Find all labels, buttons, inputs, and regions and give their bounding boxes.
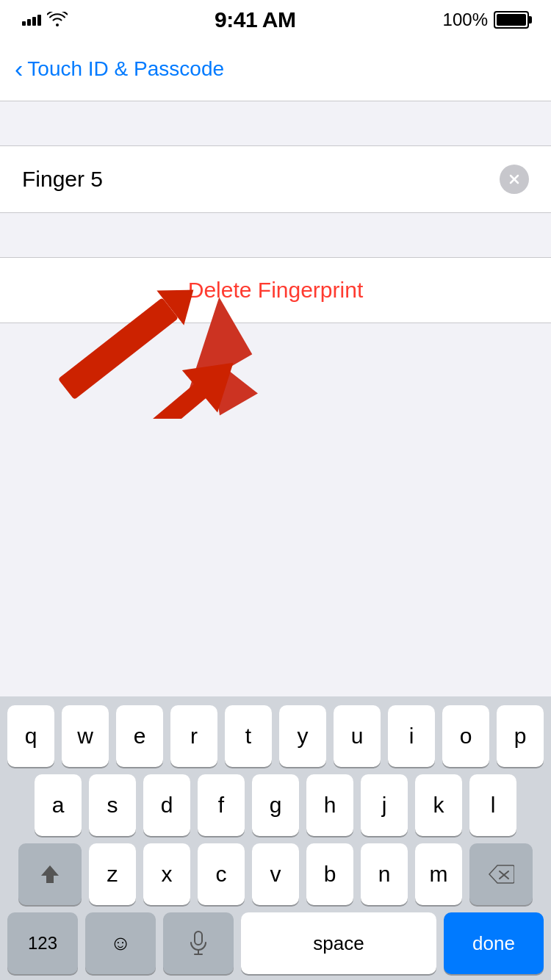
key-t[interactable]: t <box>225 705 272 767</box>
space-key[interactable]: space <box>241 912 436 974</box>
delete-fingerprint-label: Delete Fingerprint <box>188 278 363 303</box>
key-k[interactable]: k <box>415 774 462 836</box>
key-v[interactable]: v <box>252 843 299 905</box>
key-g[interactable]: g <box>252 774 299 836</box>
finger-row[interactable] <box>0 146 551 212</box>
signal-icon <box>22 15 41 26</box>
key-a[interactable]: a <box>35 774 82 836</box>
number-key[interactable]: 123 <box>7 912 78 974</box>
shift-key[interactable] <box>18 843 82 905</box>
key-s[interactable]: s <box>89 774 136 836</box>
nav-title: Touch ID & Passcode <box>27 57 224 81</box>
key-e[interactable]: e <box>116 705 163 767</box>
top-spacer <box>0 123 551 145</box>
battery-percent: 100% <box>443 10 488 30</box>
delete-key[interactable] <box>469 843 533 905</box>
section-gap <box>0 213 551 257</box>
key-r[interactable]: r <box>170 705 217 767</box>
key-l[interactable]: l <box>469 774 516 836</box>
back-chevron-icon: ‹ <box>15 56 23 81</box>
wifi-icon <box>47 12 68 29</box>
key-q[interactable]: q <box>7 705 54 767</box>
nav-bar: ‹ Touch ID & Passcode <box>0 37 551 101</box>
svg-marker-3 <box>104 342 251 419</box>
keyboard-row-4: 123 ☺ space done <box>6 912 545 974</box>
key-p[interactable]: p <box>497 705 544 767</box>
keyboard[interactable]: q w e r t y u i o p a s d f g h j k l z … <box>0 696 551 980</box>
key-n[interactable]: n <box>361 843 408 905</box>
battery-icon <box>494 11 529 29</box>
back-button[interactable]: ‹ Touch ID & Passcode <box>15 57 224 81</box>
status-left <box>22 12 68 29</box>
key-x[interactable]: x <box>143 843 190 905</box>
key-i[interactable]: i <box>388 705 435 767</box>
key-y[interactable]: y <box>279 705 326 767</box>
status-bar: 9:41 AM 100% <box>0 0 551 37</box>
key-d[interactable]: d <box>143 774 190 836</box>
key-w[interactable]: w <box>62 705 109 767</box>
emoji-key[interactable]: ☺ <box>85 912 156 974</box>
done-key[interactable]: done <box>444 912 544 974</box>
keyboard-row-3: z x c v b n m <box>6 843 545 905</box>
clear-button[interactable] <box>500 165 529 194</box>
key-c[interactable]: c <box>198 843 245 905</box>
key-z[interactable]: z <box>89 843 136 905</box>
key-j[interactable]: j <box>361 774 408 836</box>
svg-rect-8 <box>195 932 202 945</box>
settings-area: Delete Fingerprint <box>0 101 551 323</box>
finger-row-section <box>0 145 551 213</box>
finger-name-input[interactable] <box>22 167 500 192</box>
delete-fingerprint-row[interactable]: Delete Fingerprint <box>0 257 551 323</box>
key-o[interactable]: o <box>442 705 489 767</box>
status-right: 100% <box>443 10 529 30</box>
key-h[interactable]: h <box>306 774 353 836</box>
key-f[interactable]: f <box>198 774 245 836</box>
key-m[interactable]: m <box>415 843 462 905</box>
status-time: 9:41 AM <box>215 7 295 32</box>
keyboard-row-2: a s d f g h j k l <box>6 774 545 836</box>
mic-key[interactable] <box>163 912 234 974</box>
keyboard-row-1: q w e r t y u i o p <box>6 705 545 767</box>
key-u[interactable]: u <box>334 705 381 767</box>
key-b[interactable]: b <box>306 843 353 905</box>
content-spacer <box>0 455 551 661</box>
